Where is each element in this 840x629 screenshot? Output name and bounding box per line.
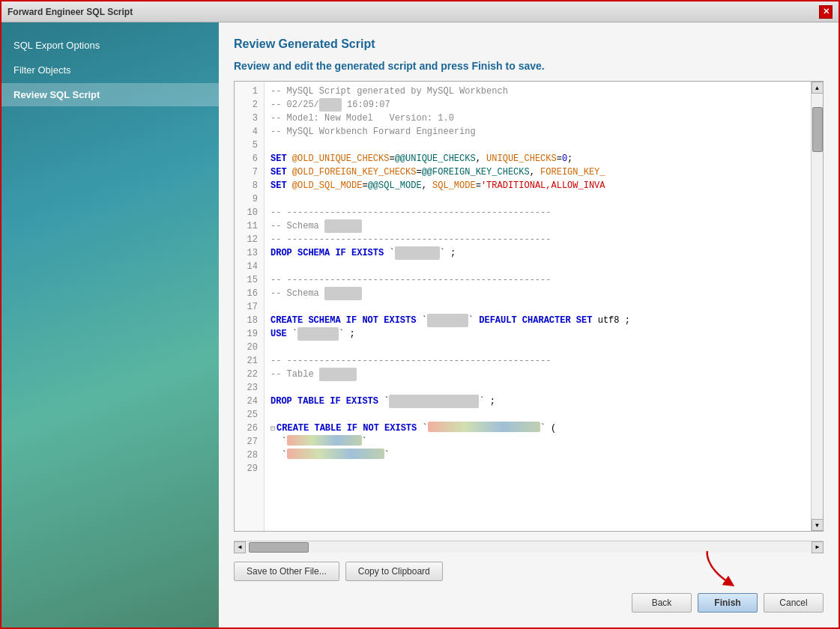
line-9 — [271, 192, 805, 206]
line-21: -- -------------------------------------… — [271, 354, 805, 368]
title-bar: Forward Engineer SQL Script ✕ — [1, 1, 839, 22]
page-title: Review Generated Script — [234, 37, 824, 51]
line-12: -- -------------------------------------… — [271, 233, 805, 246]
arrow-hint-icon — [700, 547, 752, 589]
window-title: Forward Engineer SQL Script — [7, 7, 133, 17]
copy-clipboard-button[interactable]: Copy to Clipboard — [345, 562, 443, 581]
main-window: Forward Engineer SQL Script ✕ SQL Export… — [0, 0, 840, 629]
line-14 — [271, 260, 805, 273]
line-19: USE ` ` ; — [271, 327, 805, 341]
line-1: -- MySQL Script generated by MySQL Workb… — [271, 85, 805, 98]
navigation-buttons: Back Finish Cancel — [234, 590, 824, 613]
back-button[interactable]: Back — [632, 593, 692, 613]
line-10: -- -------------------------------------… — [271, 206, 805, 219]
code-lines[interactable]: -- MySQL Script generated by MySQL Workb… — [265, 82, 811, 531]
line-8: SET @OLD_SQL_MODE=@@SQL_MODE, SQL_MODE='… — [271, 179, 805, 192]
line-2: -- 02/25/ 16:09:07 — [271, 98, 805, 112]
sidebar-item-filter-objects[interactable]: Filter Objects — [1, 58, 219, 82]
line-29 — [271, 462, 805, 475]
vertical-scrollbar[interactable]: ▲ ▼ — [811, 82, 823, 531]
line-numbers: 12345 678910 1112131415 1617181920 21222… — [235, 82, 265, 531]
line-4: -- MySQL Workbench Forward Engineering — [271, 125, 805, 139]
code-editor[interactable]: 12345 678910 1112131415 1617181920 21222… — [234, 81, 824, 532]
scroll-right-arrow[interactable]: ► — [812, 541, 824, 553]
line-23 — [271, 381, 805, 395]
scroll-thumb-h[interactable] — [249, 542, 309, 553]
line-18: CREATE SCHEMA IF NOT EXISTS ` ` DEFAULT … — [271, 314, 805, 327]
line-11: -- Schema — [271, 219, 805, 233]
line-3: -- Model: New Model Version: 1.0 — [271, 112, 805, 125]
line-20 — [271, 341, 805, 354]
content-area: SQL Export Options Filter Objects Review… — [1, 22, 839, 628]
sidebar-item-sql-export-options[interactable]: SQL Export Options — [1, 34, 219, 57]
line-6: SET @OLD_UNIQUE_CHECKS=@@UNIQUE_CHECKS, … — [271, 152, 805, 165]
line-25 — [271, 408, 805, 422]
line-7: SET @OLD_FOREIGN_KEY_CHECKS=@@FOREIGN_KE… — [271, 165, 805, 179]
line-28: ` ` — [271, 449, 805, 462]
finish-button[interactable]: Finish — [698, 593, 758, 613]
scroll-down-arrow[interactable]: ▼ — [812, 519, 824, 531]
save-to-file-button[interactable]: Save to Other File... — [234, 562, 339, 581]
line-15: -- -------------------------------------… — [271, 273, 805, 287]
line-22: -- Table — [271, 368, 805, 381]
scroll-up-arrow[interactable]: ▲ — [812, 82, 824, 94]
scroll-left-arrow[interactable]: ◄ — [234, 541, 246, 553]
line-26: ⊟CREATE TABLE IF NOT EXISTS ` ` ( — [271, 422, 805, 435]
cancel-button[interactable]: Cancel — [764, 593, 824, 613]
line-16: -- Schema — [271, 287, 805, 300]
sidebar: SQL Export Options Filter Objects Review… — [1, 22, 219, 628]
sidebar-item-review-sql-script[interactable]: Review SQL Script — [1, 83, 219, 106]
line-17 — [271, 300, 805, 314]
page-subtitle: Review and edit the generated script and… — [234, 60, 824, 72]
line-13: DROP SCHEMA IF EXISTS ` ` ; — [271, 246, 805, 260]
close-button[interactable]: ✕ — [819, 5, 833, 19]
line-5 — [271, 139, 805, 152]
line-24: DROP TABLE IF EXISTS ` ` ; — [271, 395, 805, 408]
line-27: ` ` — [271, 435, 805, 449]
scroll-thumb-v[interactable] — [812, 107, 823, 152]
main-content-area: Review Generated Script Review and edit … — [219, 22, 839, 628]
